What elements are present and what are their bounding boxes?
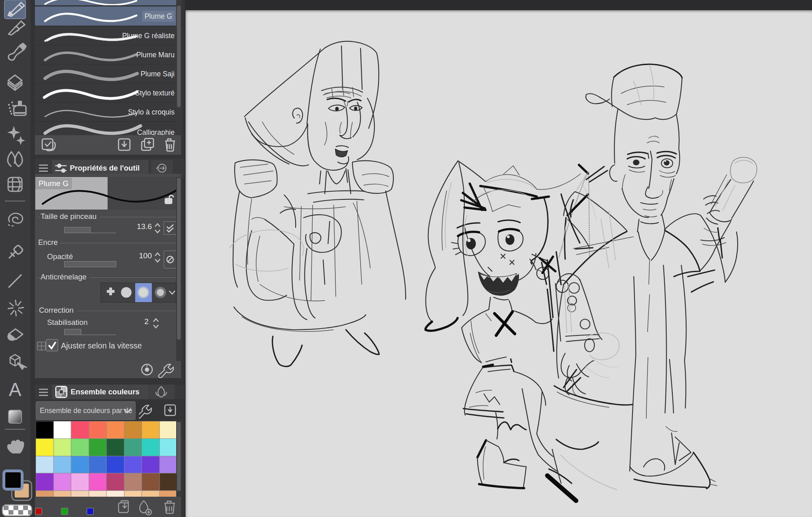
svg-text:A: A	[9, 379, 22, 400]
